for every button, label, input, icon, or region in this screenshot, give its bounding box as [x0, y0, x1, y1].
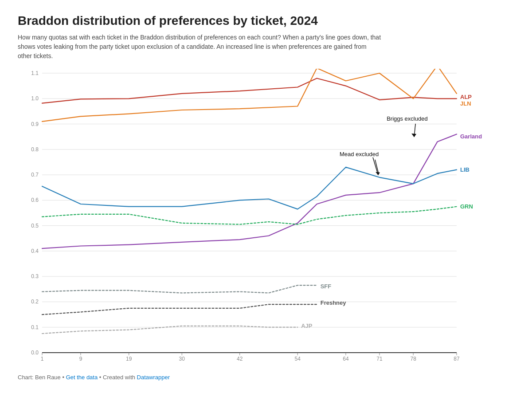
- svg-text:GRN: GRN: [460, 203, 473, 209]
- svg-text:Garland: Garland: [460, 133, 482, 140]
- svg-text:0.3: 0.3: [31, 273, 39, 279]
- svg-text:1.0: 1.0: [31, 95, 39, 102]
- get-data-link[interactable]: Get the data: [66, 374, 98, 381]
- svg-text:0.0: 0.0: [31, 350, 39, 356]
- chart-title: Braddon distribution of preferences by t…: [18, 13, 514, 28]
- svg-text:AJP: AJP: [301, 322, 313, 329]
- svg-text:Freshney: Freshney: [321, 299, 347, 306]
- svg-text:54: 54: [295, 356, 301, 362]
- svg-text:LIB: LIB: [460, 166, 469, 173]
- svg-text:1: 1: [41, 356, 44, 362]
- svg-text:0.1: 0.1: [31, 324, 39, 330]
- svg-text:0.8: 0.8: [31, 146, 39, 152]
- svg-text:9: 9: [79, 356, 82, 362]
- svg-text:0.2: 0.2: [31, 299, 39, 305]
- svg-text:30: 30: [179, 356, 185, 362]
- svg-text:71: 71: [376, 356, 383, 362]
- svg-text:SFF: SFF: [321, 283, 332, 290]
- separator-1: •: [62, 374, 66, 381]
- svg-text:Briggs excluded: Briggs excluded: [387, 115, 428, 122]
- separator-2: • Created with: [99, 374, 137, 381]
- chart-area: 0.00.10.20.30.40.50.60.70.80.91.01.11919…: [18, 69, 505, 370]
- svg-text:19: 19: [126, 356, 132, 362]
- svg-marker-58: [411, 134, 416, 137]
- chart-subtitle: How many quotas sat with each ticket in …: [18, 33, 381, 61]
- svg-text:0.9: 0.9: [31, 121, 39, 127]
- chart-attribution: Chart: Ben Raue: [18, 374, 61, 381]
- main-chart-svg: 0.00.10.20.30.40.50.60.70.80.91.01.11919…: [18, 69, 505, 370]
- datawrapper-link[interactable]: Datawrapper: [137, 374, 170, 381]
- svg-text:1.1: 1.1: [31, 70, 39, 76]
- svg-text:0.5: 0.5: [31, 222, 39, 228]
- svg-text:0.7: 0.7: [31, 172, 39, 178]
- svg-text:0.6: 0.6: [31, 197, 39, 203]
- svg-text:Mead excluded: Mead excluded: [340, 150, 379, 157]
- svg-text:JLN: JLN: [460, 100, 471, 106]
- svg-text:42: 42: [237, 356, 243, 362]
- svg-text:64: 64: [343, 356, 349, 362]
- svg-text:0.4: 0.4: [31, 248, 39, 254]
- svg-text:87: 87: [454, 356, 460, 362]
- chart-footer: Chart: Ben Raue • Get the data • Created…: [18, 374, 514, 381]
- svg-text:ALP: ALP: [460, 94, 472, 100]
- svg-text:78: 78: [410, 356, 416, 362]
